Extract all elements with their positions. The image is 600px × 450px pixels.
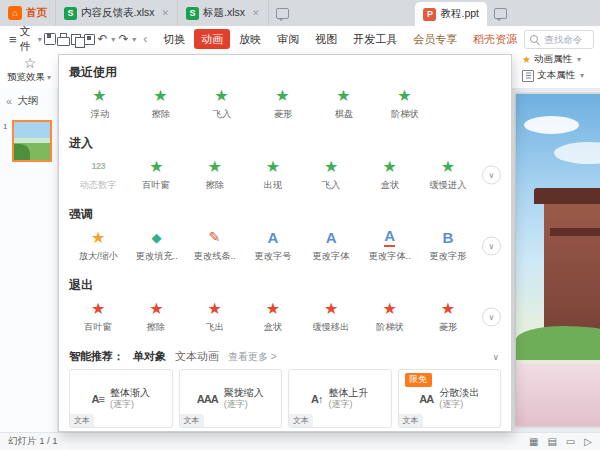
star-icon: ★ <box>91 228 105 247</box>
tab-document-1[interactable]: S 内容反馈表.xlsx ✕ <box>56 0 178 26</box>
animation-item-crawl-in[interactable]: ★缓慢进入 <box>419 155 477 194</box>
animation-item-label: 更改字体 <box>313 250 350 263</box>
animation-item-change-font-color[interactable]: A更改字体.. <box>360 226 418 265</box>
redo-button[interactable]: ↷ <box>117 30 130 48</box>
reading-view-icon[interactable]: ▭ <box>566 436 575 447</box>
animation-item-label: 飞入 <box>322 179 340 192</box>
text-animation-icon: A↑ <box>311 393 322 405</box>
smart-card-scatter-fade[interactable]: 限免 AA 分散淡出(逐字) 文本 <box>398 369 502 428</box>
view-switcher: ▦ ▤ ▭ ▷ <box>529 436 592 447</box>
slide-sorter-icon[interactable]: ▤ <box>547 436 556 447</box>
animation-item-crawl-out[interactable]: ★缓慢移出 <box>302 297 360 336</box>
animation-item-float[interactable]: ★浮动 <box>69 84 130 123</box>
animation-item-wipe[interactable]: ★擦除 <box>130 84 191 123</box>
animation-item-label: 菱形 <box>273 108 291 121</box>
animation-item-diamond[interactable]: ★菱形 <box>419 297 477 336</box>
see-more-link[interactable]: 查看更多 > <box>228 350 277 364</box>
smart-card-fade-in[interactable]: A≡ 整体渐入(逐字) 文本 <box>69 369 173 428</box>
animation-item-change-font-style[interactable]: B更改字形 <box>419 226 477 265</box>
save-button[interactable] <box>44 30 57 48</box>
slideshow-play-icon[interactable]: ▷ <box>584 436 592 447</box>
animation-item-box[interactable]: ★盒状 <box>360 155 418 194</box>
menu-tab-view[interactable]: 视图 <box>308 29 344 49</box>
animation-item-label: 更改字形 <box>429 250 466 263</box>
animation-item-change-font[interactable]: A更改字体 <box>302 226 360 265</box>
close-tab-icon[interactable]: ✕ <box>162 8 170 18</box>
quick-access-toolbar: ≡ 文件 ▾ ↶ ▾ ↷ ▾ ‹ 切换 动画 放映 审阅 视图 开发工具 会员专… <box>0 26 600 52</box>
main-menu-icon[interactable]: ≡ <box>9 32 17 47</box>
animation-item-label: 更改字体.. <box>369 250 411 263</box>
spreadsheet-file-icon: S <box>186 7 199 20</box>
slide-artwork <box>544 204 600 334</box>
animation-item-change-font-size[interactable]: A更改字号 <box>244 226 302 265</box>
command-search-input[interactable] <box>542 33 588 46</box>
comment-bubble-icon <box>494 8 507 19</box>
slide-canvas[interactable] <box>516 94 600 426</box>
star-icon: ★ <box>214 86 228 105</box>
expand-exit-section-button[interactable]: ∨ <box>482 307 501 326</box>
animation-item-box[interactable]: ★盒状 <box>244 297 302 336</box>
animation-item-blinds[interactable]: ★百叶窗 <box>69 297 127 336</box>
menu-tab-devtools[interactable]: 开发工具 <box>346 29 404 49</box>
smart-card-rise-up[interactable]: A↑ 整体上升(逐字) 文本 <box>288 369 392 428</box>
animation-item-appear[interactable]: ★出现 <box>244 155 302 194</box>
copy-button[interactable] <box>70 30 83 48</box>
animation-item-change-fill[interactable]: ◆更改填充.. <box>127 226 185 265</box>
print-button[interactable] <box>57 30 70 48</box>
menu-tab-transitions[interactable]: 切换 <box>156 29 192 49</box>
text-properties-button[interactable]: 文本属性 ▾ <box>522 69 598 82</box>
outline-pane-toggle[interactable]: « 大纲 <box>0 88 57 112</box>
preview-effect-button[interactable]: ☆ 预览效果▾ <box>4 54 56 86</box>
smart-tab-text-animation[interactable]: 文本动画 <box>175 349 219 364</box>
animation-item-fly-in[interactable]: ★飞入 <box>191 84 252 123</box>
animation-item-wipe[interactable]: ★擦除 <box>127 297 185 336</box>
menu-tab-slideshow[interactable]: 放映 <box>232 29 268 49</box>
normal-view-icon[interactable]: ▦ <box>529 436 538 447</box>
smart-tab-single-object[interactable]: 单对象 <box>133 349 166 364</box>
chevron-down-icon[interactable]: ∨ <box>492 352 499 362</box>
animation-item-stairs[interactable]: ★阶梯状 <box>374 84 435 123</box>
smart-card-gather-shrink[interactable]: AAA 聚拢缩入(逐字) 文本 <box>179 369 283 428</box>
window-tab-bar: ⌂ 首页 S 内容反馈表.xlsx ✕ S 标题.xlsx ✕ P 教程.ppt <box>0 0 600 26</box>
undo-button[interactable]: ↶ <box>96 30 109 48</box>
expand-entrance-section-button[interactable]: ∨ <box>482 165 501 184</box>
comment-button[interactable] <box>487 0 514 26</box>
animation-item-wipe[interactable]: ★擦除 <box>186 155 244 194</box>
new-tab-button[interactable] <box>269 0 296 26</box>
tab-document-2[interactable]: S 标题.xlsx ✕ <box>178 0 269 26</box>
animation-item-fly-in[interactable]: ★飞入 <box>302 155 360 194</box>
close-tab-icon[interactable]: ✕ <box>252 8 260 18</box>
star-icon: ★ <box>324 157 338 176</box>
tab-home[interactable]: ⌂ 首页 <box>0 0 56 26</box>
menu-tab-member[interactable]: 会员专享 <box>406 29 464 49</box>
animation-item-checkerboard[interactable]: ★棋盘 <box>313 84 374 123</box>
animation-item-fly-out[interactable]: ★飞出 <box>186 297 244 336</box>
animation-properties-button[interactable]: ★ 动画属性 ▾ <box>522 53 598 66</box>
command-search-box[interactable] <box>524 30 594 49</box>
file-menu-button[interactable]: 文件 <box>20 24 35 54</box>
slide-thumbnail[interactable] <box>12 120 52 162</box>
undo-dropdown-icon[interactable]: ▾ <box>111 35 115 44</box>
animation-item-label: 盒状 <box>380 179 398 192</box>
animation-item-diamond[interactable]: ★菱形 <box>252 84 313 123</box>
menu-tab-docer[interactable]: 稻壳资源 <box>466 29 524 49</box>
format-painter-button[interactable] <box>83 30 96 48</box>
redo-dropdown-icon[interactable]: ▾ <box>132 35 136 44</box>
animation-item-label: 放大/缩小 <box>78 250 117 263</box>
animation-item-blinds[interactable]: ★百叶窗 <box>127 155 185 194</box>
card-type-tag: 文本 <box>399 414 423 427</box>
expand-emphasis-section-button[interactable]: ∨ <box>482 236 501 255</box>
scroll-tabs-left-icon[interactable]: ‹ <box>143 32 147 46</box>
animation-item-dynamic-numbers[interactable]: 123动态数字 <box>69 155 127 194</box>
animation-item-grow-shrink[interactable]: ★放大/缩小 <box>69 226 127 265</box>
animation-item-label: 动态数字 <box>80 179 117 192</box>
star-icon: ★ <box>153 86 167 105</box>
text-properties-icon <box>522 70 534 82</box>
tab-document-3-active[interactable]: P 教程.ppt <box>415 2 487 26</box>
menu-tab-animation[interactable]: 动画 <box>194 29 230 49</box>
animation-item-stairs[interactable]: ★阶梯状 <box>360 297 418 336</box>
menu-tab-review[interactable]: 审阅 <box>270 29 306 49</box>
limited-free-badge: 限免 <box>405 373 432 387</box>
star-icon: ★ <box>336 86 350 105</box>
animation-item-change-line[interactable]: ✎更改线条.. <box>186 226 244 265</box>
